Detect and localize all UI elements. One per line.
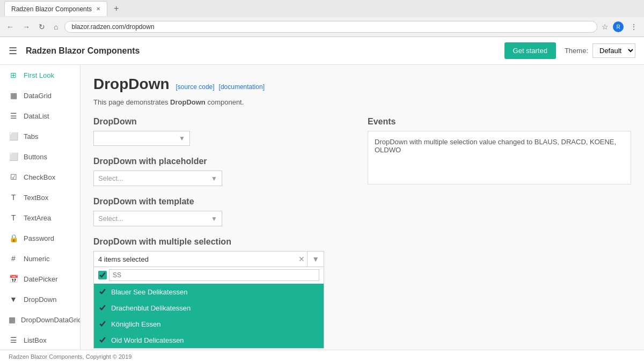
sidebar-item-label: First Look	[24, 71, 54, 79]
dropdown-section: DropDown ▼	[93, 117, 357, 146]
sidebar-item-first-look[interactable]: ⊞ First Look	[0, 65, 80, 85]
sidebar-item-dropdown[interactable]: ▼ DropDown	[0, 289, 80, 309]
sidebar-item-textbox[interactable]: T TextBox	[0, 187, 80, 208]
dropdown-item-1[interactable]: Drachenblut Delikatessen	[94, 300, 324, 316]
dropdown-template[interactable]: Select... ▼	[93, 211, 222, 226]
get-started-button[interactable]: Get started	[504, 42, 556, 59]
item-label-0: Blauer See Delikatessen	[111, 288, 187, 296]
search-row	[94, 267, 324, 284]
datalist-icon: ☰	[9, 111, 18, 121]
dropdown-template-arrow: ▼	[211, 215, 217, 223]
sidebar-item-label: ListBox	[24, 336, 47, 344]
forward-button[interactable]: →	[20, 21, 32, 32]
dropdown-item-3[interactable]: Old World Delicatessen	[94, 332, 324, 348]
address-bar: ← → ↻ ⌂ blazor.radzen.com/dropdown ☆ R ⋮	[0, 17, 644, 36]
documentation-link[interactable]: [documentation]	[219, 83, 265, 91]
footer-text: Radzen Blazor Components, Copyright © 20…	[9, 353, 131, 360]
dropdown-multi-label: DropDown with multiple selection	[93, 237, 357, 247]
sidebar-item-tabs[interactable]: ⬜ Tabs	[0, 126, 80, 146]
theme-select[interactable]: Default	[592, 43, 635, 58]
select-all-checkbox[interactable]	[98, 271, 107, 279]
sidebar-item-label: DropDownDataGrid	[21, 316, 80, 324]
sidebar-item-password[interactable]: 🔒 Password	[0, 228, 80, 248]
search-input[interactable]	[109, 269, 319, 281]
item-checkbox-1[interactable]	[98, 304, 107, 312]
sidebar-item-label: Numeric	[24, 255, 49, 263]
item-label-2: Königlich Essen	[111, 320, 161, 328]
dropdowndatagrid-icon: ▦	[9, 315, 16, 324]
multi-select-header[interactable]: 4 items selected ✕ ▼	[93, 251, 324, 267]
sidebar-item-label: DataList	[24, 112, 49, 120]
sidebar-item-label: DatePicker	[24, 275, 58, 283]
checkbox-icon: ☑	[9, 172, 18, 182]
events-title: Events	[368, 117, 631, 127]
tab-title: Radzen Blazor Components	[11, 5, 92, 13]
dropdown-multi-section: DropDown with multiple selection 4 items…	[93, 237, 357, 349]
dropdown-item-0[interactable]: Blauer See Delikatessen	[94, 284, 324, 300]
dropdown-label: DropDown	[93, 117, 357, 127]
first-look-icon: ⊞	[9, 70, 18, 80]
listbox-icon: ☰	[9, 335, 18, 345]
sidebar-item-dropdowndatagrid[interactable]: ▦ DropDownDataGrid	[0, 309, 80, 330]
tab-close-icon[interactable]: ✕	[96, 6, 100, 12]
events-panel: DropDown with multiple selection value c…	[368, 131, 631, 184]
bookmark-icon[interactable]: ☆	[602, 23, 609, 31]
sidebar-item-label: TextArea	[24, 214, 51, 222]
source-code-link[interactable]: [source code]	[176, 83, 215, 91]
sidebar-item-listbox[interactable]: ☰ ListBox	[0, 330, 80, 350]
item-checkbox-2[interactable]	[98, 320, 107, 328]
dropdown-placeholder-arrow: ▼	[211, 175, 217, 182]
sidebar-item-textarea[interactable]: T TextArea	[0, 208, 80, 228]
sidebar-item-numeric[interactable]: # Numeric	[0, 248, 80, 269]
sidebar-item-label: Password	[24, 234, 54, 242]
sidebar-item-checkbox[interactable]: ☑ CheckBox	[0, 167, 80, 187]
numeric-icon: #	[9, 254, 18, 263]
left-column: DropDown ▼ DropDown with placeholder Sel…	[93, 117, 357, 350]
reload-button[interactable]: ↻	[36, 21, 47, 32]
textbox-icon: T	[9, 193, 18, 202]
item-checkbox-3[interactable]	[98, 336, 107, 344]
multi-select-wrapper: 4 items selected ✕ ▼	[93, 251, 324, 349]
sidebar-item-label: DataGrid	[24, 92, 52, 100]
dropdown-template-section: DropDown with template Select... ▼	[93, 197, 357, 226]
dropdown-placeholder-label: DropDown with placeholder	[93, 157, 357, 166]
dropdown-item-2[interactable]: Königlich Essen	[94, 316, 324, 332]
new-tab-button[interactable]: +	[109, 2, 123, 16]
sidebar-item-label: TextBox	[24, 194, 48, 202]
sidebar-item-datalist[interactable]: ☰ DataList	[0, 106, 80, 126]
app-header: ☰ Radzen Blazor Components Get started T…	[0, 37, 644, 65]
dropdown-placeholder[interactable]: Select... ▼	[93, 171, 222, 186]
item-label-1: Drachenblut Delikatessen	[111, 304, 191, 312]
sidebar-item-datepicker[interactable]: 📅 DatePicker	[0, 269, 80, 289]
multi-select-value: 4 items selected	[94, 252, 296, 267]
theme-section: Theme: Default	[565, 43, 635, 58]
multi-select-clear-icon[interactable]: ✕	[296, 252, 307, 267]
sidebar-item-label: Buttons	[24, 153, 47, 161]
two-column-layout: DropDown ▼ DropDown with placeholder Sel…	[93, 117, 631, 350]
back-button[interactable]: ←	[4, 21, 16, 32]
home-button[interactable]: ⌂	[52, 21, 60, 32]
url-input[interactable]: blazor.radzen.com/dropdown	[64, 21, 597, 33]
page-description: This page demonstrates DropDown componen…	[93, 98, 631, 106]
extension-icon: R	[613, 21, 624, 32]
sidebar: ⊞ First Look ▦ DataGrid ☰ DataList ⬜ Tab…	[0, 65, 80, 350]
dropdown-nav-icon: ▼	[9, 294, 18, 304]
item-label-3: Old World Delicatessen	[111, 336, 184, 344]
dropdown-basic[interactable]: ▼	[93, 131, 190, 146]
password-icon: 🔒	[9, 233, 18, 243]
content-area: DropDown [source code] [documentation] T…	[80, 65, 644, 350]
tab-bar: Radzen Blazor Components ✕ +	[0, 0, 644, 17]
sidebar-item-buttons[interactable]: ⬜ Buttons	[0, 146, 80, 167]
theme-label: Theme:	[565, 47, 588, 55]
multi-select-arrow-icon[interactable]: ▼	[307, 252, 324, 267]
dropdown-placeholder-section: DropDown with placeholder Select... ▼	[93, 157, 357, 186]
sidebar-item-label: Tabs	[24, 132, 38, 141]
sidebar-item-datagrid[interactable]: ▦ DataGrid	[0, 85, 80, 106]
sidebar-item-label: DropDown	[24, 295, 56, 304]
item-checkbox-0[interactable]	[98, 287, 107, 296]
browser-tab[interactable]: Radzen Blazor Components ✕	[4, 1, 107, 16]
dropdown-open-list: Blauer See Delikatessen Drachenblut Deli…	[93, 267, 324, 349]
hamburger-icon[interactable]: ☰	[9, 45, 17, 57]
menu-button[interactable]: ⋮	[628, 21, 640, 32]
main-layout: ⊞ First Look ▦ DataGrid ☰ DataList ⬜ Tab…	[0, 65, 644, 350]
